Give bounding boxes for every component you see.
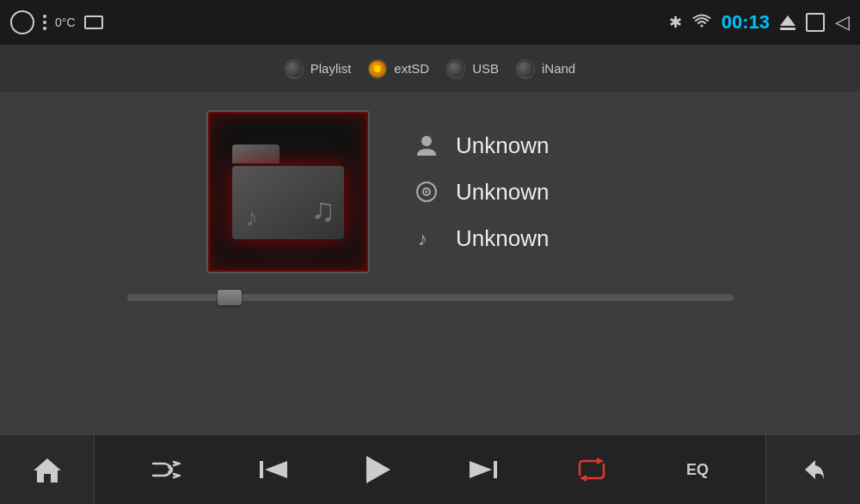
main-controls: EQ [95,435,765,504]
wifi-icon [692,14,711,31]
title-row: ♪ Unknown [413,224,654,252]
play-button[interactable] [359,449,397,490]
tab-playlist[interactable]: Playlist [285,59,352,78]
window-icon[interactable] [806,13,825,32]
eq-button[interactable]: EQ [679,454,716,486]
album-icon [413,178,440,206]
album-value: Unknown [456,179,549,206]
title-value: Unknown [456,225,549,252]
svg-marker-9 [470,461,492,478]
album-row: Unknown [413,178,654,206]
svg-rect-5 [260,461,263,478]
svg-marker-10 [597,458,604,464]
eject-icon[interactable] [780,15,796,30]
playlist-radio[interactable] [285,59,304,78]
progress-thumb[interactable] [218,290,242,305]
eq-label: EQ [686,461,709,479]
inand-label: iNand [542,61,575,76]
svg-text:♪: ♪ [418,228,427,249]
player-area: ♫ ♪ Unknown [0,93,860,435]
usb-label: USB [472,61,499,76]
svg-rect-8 [494,461,497,478]
playlist-label: Playlist [310,61,352,76]
artist-row: Unknown [413,132,654,159]
status-right-icons: ✱ 00:13 ◁ [669,11,850,34]
artist-value: Unknown [456,132,549,159]
home-button[interactable] [25,448,70,491]
landscape-icon [84,15,103,29]
extsd-radio[interactable] [368,59,387,78]
extsd-label: extSD [394,61,429,76]
svg-point-0 [421,136,432,146]
inand-radio[interactable] [516,59,535,78]
status-left-icons: 0°C [10,10,103,34]
svg-point-3 [426,191,428,194]
circle-icon [10,10,34,34]
repeat-button[interactable] [569,451,614,489]
back-section[interactable] [765,435,860,504]
folder-art: ♫ ♪ [232,144,344,239]
artist-icon [413,132,440,159]
bottom-bar: EQ [0,435,860,504]
temperature-display: 0°C [55,15,76,29]
tab-usb[interactable]: USB [446,59,499,78]
tab-inand[interactable]: iNand [516,59,575,78]
album-art: ♫ ♪ [206,110,370,274]
track-info: Unknown Unknown [413,132,654,252]
source-tabs: Playlist extSD USB iNand [0,45,860,93]
music-note-1: ♫ [311,192,336,229]
folder-tab [232,144,280,163]
back-arrow-icon[interactable]: ◁ [835,11,850,34]
next-button[interactable] [463,451,504,489]
back-button[interactable] [791,448,836,491]
tab-extsd[interactable]: extSD [368,59,429,78]
main-area: Playlist extSD USB iNand ♫ ♪ [0,45,860,435]
shuffle-button[interactable] [144,452,187,488]
svg-marker-6 [265,461,287,478]
time-display: 00:13 [722,11,770,34]
three-dots-icon[interactable] [43,15,46,30]
home-section[interactable] [0,435,95,504]
status-bar: 0°C ✱ 00:13 ◁ [0,0,860,45]
music-note-2: ♪ [245,203,258,232]
usb-radio[interactable] [446,59,465,78]
progress-container[interactable] [127,294,734,301]
title-icon: ♪ [413,224,440,252]
folder-body: ♫ ♪ [232,166,344,239]
svg-marker-11 [580,475,587,482]
progress-track[interactable] [127,294,734,301]
bluetooth-icon: ✱ [669,13,682,32]
prev-button[interactable] [253,451,294,489]
svg-marker-7 [366,456,390,483]
player-content: ♫ ♪ Unknown [26,110,834,274]
